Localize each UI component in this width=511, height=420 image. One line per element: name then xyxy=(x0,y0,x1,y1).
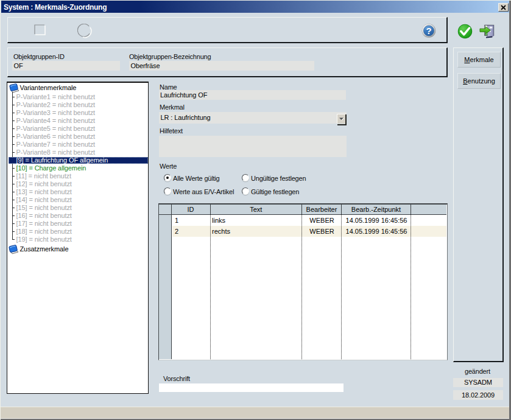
svg-text:?: ? xyxy=(426,26,431,36)
